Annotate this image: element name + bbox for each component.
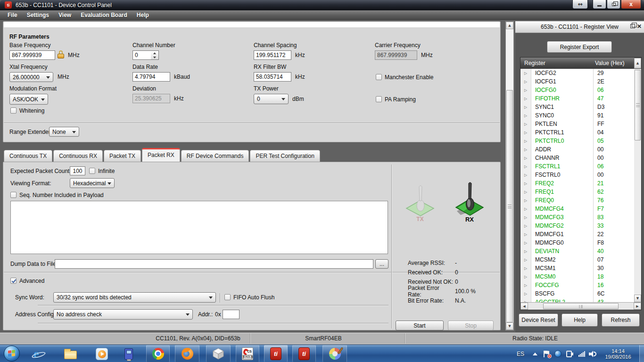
safely-remove-hardware[interactable]	[566, 345, 572, 362]
smartrf-studio-taskbar-button-2[interactable]: ti	[292, 345, 316, 362]
channel-spacing-input[interactable]	[254, 50, 291, 60]
expander-icon[interactable]: ▷	[520, 292, 531, 296]
range-extender-select[interactable]: None	[49, 127, 79, 137]
step-down-icon[interactable]	[151, 55, 158, 59]
expander-icon[interactable]: ▷	[520, 97, 531, 101]
sync-word-select[interactable]: 30/32 sync word bits detected	[53, 292, 216, 303]
register-row[interactable]: ▷ PKTCTRL0 05	[520, 137, 634, 145]
pa-ramping-checkbox[interactable]	[376, 96, 382, 102]
rx-filter-bw-input[interactable]	[254, 72, 291, 82]
show-hidden-icons[interactable]	[533, 345, 537, 362]
register-scrollbar-thumb[interactable]	[635, 70, 641, 140]
expander-icon[interactable]: ▷	[520, 139, 531, 143]
volume-control[interactable]	[589, 345, 596, 362]
expander-icon[interactable]: ▷	[520, 215, 531, 220]
register-row[interactable]: ▷ FIFOTHR 47	[520, 94, 634, 103]
undock-icon[interactable]	[630, 24, 635, 28]
expander-icon[interactable]: ▷	[520, 114, 531, 118]
infinite-checkbox[interactable]	[89, 168, 95, 174]
channel-number-stepper[interactable]	[151, 50, 159, 60]
xtal-frequency-select[interactable]: 26.000000	[9, 72, 53, 82]
register-export-button[interactable]: Register Export	[547, 41, 612, 53]
address-config-select[interactable]: No address check	[53, 309, 193, 320]
tab[interactable]: Continuous TX	[4, 150, 52, 162]
expander-icon[interactable]: ▷	[520, 275, 531, 279]
expander-icon[interactable]: ▷	[520, 156, 531, 160]
register-row[interactable]: ▷ FREQ2 21	[520, 179, 634, 188]
register-row[interactable]: ▷ ADDR 00	[520, 145, 634, 154]
tx-power-select[interactable]: 0	[254, 94, 289, 104]
tab[interactable]: Packet TX	[104, 150, 141, 162]
register-row[interactable]: ▷ MDMCFG4 F7	[520, 205, 634, 213]
tab[interactable]: Continuous RX	[53, 150, 103, 162]
scroll-left-icon[interactable]: ◀	[520, 303, 528, 310]
stop-button[interactable]: Stop	[448, 321, 494, 330]
advanced-checkbox[interactable]	[10, 278, 17, 284]
register-row[interactable]: ▷ FSCTRL1 06	[520, 162, 634, 171]
whitening-checkbox[interactable]	[10, 107, 17, 114]
close-button[interactable]: x	[621, 0, 641, 9]
expander-icon[interactable]: ▷	[520, 105, 531, 109]
resize-window-button[interactable]: ↔	[572, 0, 588, 9]
chrome-taskbar-button[interactable]	[146, 345, 170, 362]
register-row[interactable]: ▷ IOCFG1 2E	[520, 77, 634, 86]
expander-icon[interactable]: ▷	[520, 249, 531, 254]
network-status[interactable]	[578, 345, 585, 362]
modulation-format-select[interactable]: ASK/OOK	[9, 94, 48, 105]
start-button[interactable]: Start	[396, 321, 444, 330]
expander-icon[interactable]: ▷	[520, 131, 531, 135]
register-row[interactable]: ▷ MDMCFG1 22	[520, 230, 634, 239]
device-reset-button[interactable]: Device Reset	[519, 313, 558, 327]
register-scrollbar[interactable]: ▼	[634, 69, 641, 302]
main-scrollbar-thumb[interactable]	[506, 90, 513, 322]
internet-explorer-icon[interactable]: e	[29, 347, 43, 361]
tab[interactable]: RF Device Commands	[181, 150, 249, 162]
register-row[interactable]: ▷ MDMCFG2 33	[520, 222, 634, 230]
lock-icon[interactable]	[57, 50, 65, 59]
seq-number-checkbox[interactable]	[10, 192, 17, 198]
expander-icon[interactable]: ▷	[520, 224, 531, 228]
start-orb[interactable]	[4, 346, 20, 362]
manchester-enable-checkbox[interactable]	[376, 74, 382, 80]
register-row[interactable]: ▷ DEVIATN 40	[520, 247, 634, 255]
register-panel-close-icon[interactable]: ✕	[637, 23, 642, 30]
expander-icon[interactable]: ▷	[520, 190, 531, 194]
register-hscrollbar[interactable]: ◀ ▶	[520, 302, 641, 310]
base-frequency-input[interactable]	[9, 50, 55, 60]
viewing-format-select[interactable]: Hexadecimal	[70, 178, 115, 188]
expander-icon[interactable]: ▷	[520, 88, 531, 92]
expander-icon[interactable]: ▷	[520, 181, 531, 186]
expander-icon[interactable]: ▷	[520, 241, 531, 245]
dump-data-input[interactable]	[55, 259, 373, 269]
media-player-icon[interactable]	[95, 347, 109, 361]
minimize-button[interactable]	[593, 0, 606, 9]
expander-icon[interactable]: ▷	[520, 283, 531, 288]
menu-view[interactable]: View	[54, 10, 76, 20]
expander-icon[interactable]: ▷	[520, 80, 531, 84]
flash-programmer-icon[interactable]	[122, 347, 136, 361]
tab[interactable]: Packet RX	[142, 148, 180, 162]
file-explorer-icon[interactable]	[63, 347, 77, 361]
main-scrollbar[interactable]: ▲ ▼	[505, 21, 514, 330]
expander-icon[interactable]: ▷	[520, 148, 531, 152]
register-row[interactable]: ▷ IOCFG2 29	[520, 69, 634, 77]
tray-app[interactable]	[554, 345, 561, 362]
channel-number-input[interactable]	[132, 50, 151, 60]
register-row[interactable]: ▷ IOCFG0 06	[520, 86, 634, 94]
register-row[interactable]: ▷ FSCTRL0 00	[520, 171, 634, 179]
show-desktop-button[interactable]	[639, 345, 644, 362]
register-row[interactable]: ▷ SYNC1 D3	[520, 103, 634, 111]
register-row[interactable]: ▷ MDMCFG3 83	[520, 213, 634, 222]
register-row[interactable]: ▷ MCSM0 18	[520, 272, 634, 281]
cube-app-taskbar-button[interactable]	[206, 345, 231, 362]
expander-icon[interactable]: ▷	[520, 232, 531, 237]
expander-icon[interactable]: ▷	[520, 122, 531, 126]
register-row[interactable]: ▷ PKTCTRL1 04	[520, 128, 634, 137]
expander-icon[interactable]: ▷	[520, 266, 531, 271]
register-row[interactable]: ▷ CHANNR 00	[520, 154, 634, 162]
action-center-flag[interactable]: x	[544, 345, 550, 362]
expected-packet-count-input[interactable]	[70, 166, 85, 175]
expander-icon[interactable]: ▷	[520, 207, 531, 211]
register-hscrollbar-thumb[interactable]	[543, 303, 619, 309]
refresh-button[interactable]: Refresh	[602, 313, 640, 327]
